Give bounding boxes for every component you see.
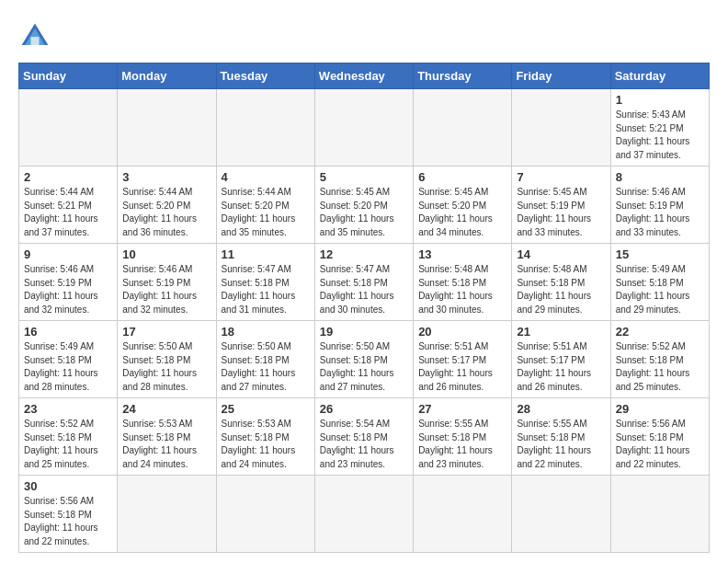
calendar-cell bbox=[610, 476, 709, 553]
day-number: 23 bbox=[24, 402, 112, 416]
calendar-cell bbox=[216, 89, 314, 167]
calendar-cell: 30Sunrise: 5:56 AM Sunset: 5:18 PM Dayli… bbox=[19, 476, 118, 553]
weekday-monday: Monday bbox=[118, 63, 216, 89]
day-number: 3 bbox=[122, 170, 210, 184]
calendar-cell: 6Sunrise: 5:45 AM Sunset: 5:20 PM Daylig… bbox=[414, 167, 512, 244]
calendar-cell: 14Sunrise: 5:48 AM Sunset: 5:18 PM Dayli… bbox=[512, 244, 610, 321]
day-info: Sunrise: 5:46 AM Sunset: 5:19 PM Dayligh… bbox=[24, 263, 112, 316]
day-number: 14 bbox=[517, 247, 605, 261]
day-info: Sunrise: 5:50 AM Sunset: 5:18 PM Dayligh… bbox=[320, 340, 408, 394]
weekday-saturday: Saturday bbox=[610, 63, 709, 89]
day-info: Sunrise: 5:47 AM Sunset: 5:18 PM Dayligh… bbox=[320, 263, 408, 316]
calendar-cell: 3Sunrise: 5:44 AM Sunset: 5:20 PM Daylig… bbox=[118, 167, 216, 244]
day-number: 29 bbox=[616, 402, 704, 416]
day-number: 26 bbox=[320, 402, 408, 416]
calendar-cell: 26Sunrise: 5:54 AM Sunset: 5:18 PM Dayli… bbox=[314, 398, 413, 476]
day-info: Sunrise: 5:48 AM Sunset: 5:18 PM Dayligh… bbox=[418, 263, 506, 316]
day-info: Sunrise: 5:55 AM Sunset: 5:18 PM Dayligh… bbox=[517, 418, 605, 471]
day-number: 16 bbox=[24, 325, 112, 339]
day-info: Sunrise: 5:47 AM Sunset: 5:18 PM Dayligh… bbox=[222, 263, 310, 316]
day-number: 17 bbox=[122, 325, 210, 339]
day-info: Sunrise: 5:53 AM Sunset: 5:18 PM Dayligh… bbox=[122, 418, 210, 471]
calendar-cell bbox=[512, 476, 610, 553]
day-info: Sunrise: 5:51 AM Sunset: 5:17 PM Dayligh… bbox=[517, 340, 605, 394]
day-number: 6 bbox=[418, 170, 506, 184]
day-info: Sunrise: 5:48 AM Sunset: 5:18 PM Dayligh… bbox=[517, 263, 605, 316]
calendar-cell: 9Sunrise: 5:46 AM Sunset: 5:19 PM Daylig… bbox=[19, 244, 118, 321]
calendar-cell: 28Sunrise: 5:55 AM Sunset: 5:18 PM Dayli… bbox=[512, 398, 610, 476]
day-number: 5 bbox=[320, 170, 408, 184]
svg-rect-2 bbox=[31, 37, 40, 45]
day-number: 11 bbox=[222, 247, 310, 261]
week-row-1: 1Sunrise: 5:43 AM Sunset: 5:21 PM Daylig… bbox=[19, 89, 710, 167]
day-info: Sunrise: 5:44 AM Sunset: 5:21 PM Dayligh… bbox=[24, 186, 112, 239]
page: SundayMondayTuesdayWednesdayThursdayFrid… bbox=[0, 0, 728, 563]
calendar-cell bbox=[19, 89, 118, 167]
day-number: 13 bbox=[418, 247, 506, 261]
calendar-cell: 29Sunrise: 5:56 AM Sunset: 5:18 PM Dayli… bbox=[610, 398, 709, 476]
day-number: 22 bbox=[616, 325, 704, 339]
calendar-cell: 22Sunrise: 5:52 AM Sunset: 5:18 PM Dayli… bbox=[610, 321, 709, 398]
day-info: Sunrise: 5:50 AM Sunset: 5:18 PM Dayligh… bbox=[122, 340, 210, 394]
weekday-thursday: Thursday bbox=[414, 63, 512, 89]
day-info: Sunrise: 5:44 AM Sunset: 5:20 PM Dayligh… bbox=[122, 186, 210, 239]
calendar-cell: 5Sunrise: 5:45 AM Sunset: 5:20 PM Daylig… bbox=[314, 167, 413, 244]
week-row-6: 30Sunrise: 5:56 AM Sunset: 5:18 PM Dayli… bbox=[19, 476, 710, 553]
day-info: Sunrise: 5:52 AM Sunset: 5:18 PM Dayligh… bbox=[24, 418, 112, 471]
day-number: 10 bbox=[122, 247, 210, 261]
weekday-friday: Friday bbox=[512, 63, 610, 89]
day-number: 21 bbox=[517, 325, 605, 339]
day-number: 27 bbox=[418, 402, 506, 416]
calendar-cell: 10Sunrise: 5:46 AM Sunset: 5:19 PM Dayli… bbox=[118, 244, 216, 321]
day-info: Sunrise: 5:55 AM Sunset: 5:18 PM Dayligh… bbox=[418, 418, 506, 471]
calendar-cell: 1Sunrise: 5:43 AM Sunset: 5:21 PM Daylig… bbox=[610, 89, 709, 167]
calendar-cell bbox=[512, 89, 610, 167]
logo bbox=[18, 20, 55, 53]
day-number: 30 bbox=[24, 479, 112, 493]
day-info: Sunrise: 5:45 AM Sunset: 5:19 PM Dayligh… bbox=[517, 186, 605, 239]
calendar-cell: 23Sunrise: 5:52 AM Sunset: 5:18 PM Dayli… bbox=[19, 398, 118, 476]
calendar-cell: 11Sunrise: 5:47 AM Sunset: 5:18 PM Dayli… bbox=[216, 244, 314, 321]
day-info: Sunrise: 5:45 AM Sunset: 5:20 PM Dayligh… bbox=[320, 186, 408, 239]
day-info: Sunrise: 5:49 AM Sunset: 5:18 PM Dayligh… bbox=[616, 263, 704, 316]
weekday-header-row: SundayMondayTuesdayWednesdayThursdayFrid… bbox=[19, 63, 710, 89]
calendar-cell: 25Sunrise: 5:53 AM Sunset: 5:18 PM Dayli… bbox=[216, 398, 314, 476]
calendar-table: SundayMondayTuesdayWednesdayThursdayFrid… bbox=[18, 63, 710, 553]
calendar-cell bbox=[118, 89, 216, 167]
day-number: 15 bbox=[616, 247, 704, 261]
day-number: 24 bbox=[122, 402, 210, 416]
calendar-cell bbox=[314, 476, 413, 553]
day-number: 7 bbox=[517, 170, 605, 184]
day-number: 9 bbox=[24, 247, 112, 261]
calendar-cell bbox=[414, 476, 512, 553]
calendar-cell: 19Sunrise: 5:50 AM Sunset: 5:18 PM Dayli… bbox=[314, 321, 413, 398]
day-number: 12 bbox=[320, 247, 408, 261]
generalblue-logo-icon bbox=[18, 20, 51, 53]
calendar-cell bbox=[414, 89, 512, 167]
day-info: Sunrise: 5:53 AM Sunset: 5:18 PM Dayligh… bbox=[222, 418, 310, 471]
calendar-cell: 15Sunrise: 5:49 AM Sunset: 5:18 PM Dayli… bbox=[610, 244, 709, 321]
day-info: Sunrise: 5:51 AM Sunset: 5:17 PM Dayligh… bbox=[418, 340, 506, 394]
day-number: 2 bbox=[24, 170, 112, 184]
day-number: 1 bbox=[616, 93, 704, 107]
day-info: Sunrise: 5:44 AM Sunset: 5:20 PM Dayligh… bbox=[222, 186, 310, 239]
day-info: Sunrise: 5:49 AM Sunset: 5:18 PM Dayligh… bbox=[24, 340, 112, 394]
calendar-cell: 21Sunrise: 5:51 AM Sunset: 5:17 PM Dayli… bbox=[512, 321, 610, 398]
weekday-sunday: Sunday bbox=[19, 63, 118, 89]
weekday-wednesday: Wednesday bbox=[314, 63, 413, 89]
day-info: Sunrise: 5:52 AM Sunset: 5:18 PM Dayligh… bbox=[616, 340, 704, 394]
day-number: 8 bbox=[616, 170, 704, 184]
calendar-cell: 7Sunrise: 5:45 AM Sunset: 5:19 PM Daylig… bbox=[512, 167, 610, 244]
day-number: 4 bbox=[222, 170, 310, 184]
day-info: Sunrise: 5:56 AM Sunset: 5:18 PM Dayligh… bbox=[616, 418, 704, 471]
day-number: 28 bbox=[517, 402, 605, 416]
calendar-cell: 8Sunrise: 5:46 AM Sunset: 5:19 PM Daylig… bbox=[610, 167, 709, 244]
week-row-3: 9Sunrise: 5:46 AM Sunset: 5:19 PM Daylig… bbox=[19, 244, 710, 321]
day-info: Sunrise: 5:46 AM Sunset: 5:19 PM Dayligh… bbox=[122, 263, 210, 316]
weekday-tuesday: Tuesday bbox=[216, 63, 314, 89]
day-info: Sunrise: 5:43 AM Sunset: 5:21 PM Dayligh… bbox=[616, 109, 704, 162]
calendar-cell bbox=[118, 476, 216, 553]
header bbox=[18, 15, 710, 53]
calendar-cell: 20Sunrise: 5:51 AM Sunset: 5:17 PM Dayli… bbox=[414, 321, 512, 398]
calendar-cell: 4Sunrise: 5:44 AM Sunset: 5:20 PM Daylig… bbox=[216, 167, 314, 244]
